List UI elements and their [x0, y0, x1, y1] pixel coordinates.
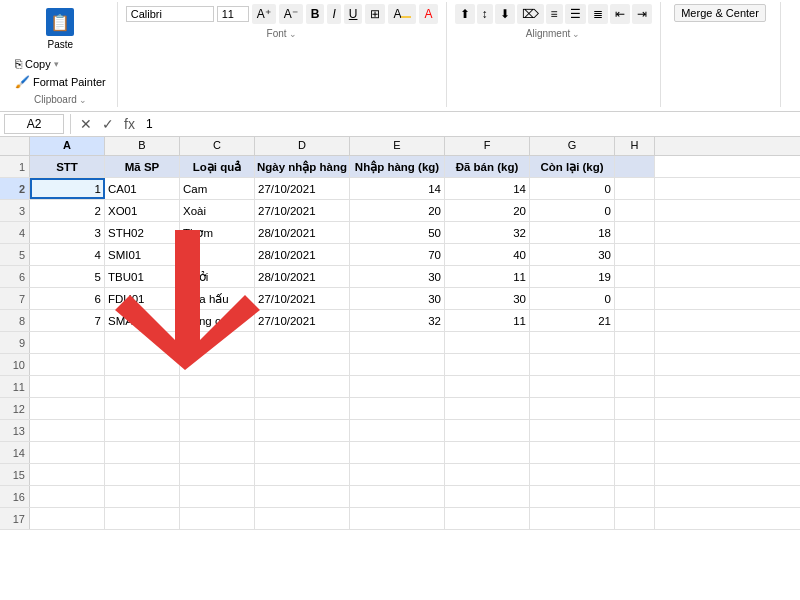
align-top-button[interactable]: ⬆ — [455, 4, 475, 24]
cell-E4[interactable]: 50 — [350, 222, 445, 243]
cell-G12[interactable] — [530, 398, 615, 419]
cell-A2[interactable]: 1 — [30, 178, 105, 199]
cell-C13[interactable] — [180, 420, 255, 441]
cell-G11[interactable] — [530, 376, 615, 397]
cell-C12[interactable] — [180, 398, 255, 419]
cell-C7[interactable]: Dưa hấu — [180, 288, 255, 309]
indent-increase-button[interactable]: ⇥ — [632, 4, 652, 24]
cell-C5[interactable]: Mít — [180, 244, 255, 265]
header-cell-E[interactable]: Nhập hàng (kg) — [350, 156, 445, 177]
cell-B4[interactable]: STH02 — [105, 222, 180, 243]
cell-H17[interactable] — [615, 508, 655, 529]
cell-F9[interactable] — [445, 332, 530, 353]
cell-G4[interactable]: 18 — [530, 222, 615, 243]
confirm-formula-icon[interactable]: ✓ — [99, 115, 117, 133]
align-left-button[interactable]: ≡ — [546, 4, 563, 24]
cell-E15[interactable] — [350, 464, 445, 485]
cell-E7[interactable]: 30 — [350, 288, 445, 309]
cell-A3[interactable]: 2 — [30, 200, 105, 221]
cell-D14[interactable] — [255, 442, 350, 463]
cell-E5[interactable]: 70 — [350, 244, 445, 265]
cell-H10[interactable] — [615, 354, 655, 375]
cell-A17[interactable] — [30, 508, 105, 529]
cell-F4[interactable]: 32 — [445, 222, 530, 243]
header-cell-B[interactable]: Mã SP — [105, 156, 180, 177]
cell-D16[interactable] — [255, 486, 350, 507]
cell-G13[interactable] — [530, 420, 615, 441]
cell-F10[interactable] — [445, 354, 530, 375]
cell-F5[interactable]: 40 — [445, 244, 530, 265]
cell-A9[interactable] — [30, 332, 105, 353]
insert-function-icon[interactable]: fx — [121, 115, 138, 133]
cell-C11[interactable] — [180, 376, 255, 397]
cell-G2[interactable]: 0 — [530, 178, 615, 199]
col-header-A[interactable]: A — [30, 137, 105, 155]
cell-D8[interactable]: 27/10/2021 — [255, 310, 350, 331]
align-middle-button[interactable]: ↕ — [477, 4, 493, 24]
cell-D10[interactable] — [255, 354, 350, 375]
cell-E8[interactable]: 32 — [350, 310, 445, 331]
cell-D13[interactable] — [255, 420, 350, 441]
cell-A4[interactable]: 3 — [30, 222, 105, 243]
cell-E17[interactable] — [350, 508, 445, 529]
cell-B10[interactable] — [105, 354, 180, 375]
cell-D9[interactable] — [255, 332, 350, 353]
border-button[interactable]: ⊞ — [365, 4, 385, 24]
header-cell-D[interactable]: Ngày nhập hàng — [255, 156, 350, 177]
cell-F17[interactable] — [445, 508, 530, 529]
cell-G17[interactable] — [530, 508, 615, 529]
cell-G3[interactable]: 0 — [530, 200, 615, 221]
cell-A5[interactable]: 4 — [30, 244, 105, 265]
cell-A13[interactable] — [30, 420, 105, 441]
cell-D6[interactable]: 28/10/2021 — [255, 266, 350, 287]
increase-font-button[interactable]: A⁺ — [252, 4, 276, 24]
col-header-E[interactable]: E — [350, 137, 445, 155]
cell-H4[interactable] — [615, 222, 655, 243]
cell-F13[interactable] — [445, 420, 530, 441]
col-header-D[interactable]: D — [255, 137, 350, 155]
decrease-font-button[interactable]: A⁻ — [279, 4, 303, 24]
cell-B12[interactable] — [105, 398, 180, 419]
col-header-F[interactable]: F — [445, 137, 530, 155]
cell-A10[interactable] — [30, 354, 105, 375]
cell-H3[interactable] — [615, 200, 655, 221]
cell-A16[interactable] — [30, 486, 105, 507]
cell-D2[interactable]: 27/10/2021 — [255, 178, 350, 199]
cell-B14[interactable] — [105, 442, 180, 463]
cell-D3[interactable]: 27/10/2021 — [255, 200, 350, 221]
align-right-button[interactable]: ≣ — [588, 4, 608, 24]
cell-C4[interactable]: Thơm — [180, 222, 255, 243]
cell-B7[interactable]: FDU01 — [105, 288, 180, 309]
cell-G5[interactable]: 30 — [530, 244, 615, 265]
cell-G6[interactable]: 19 — [530, 266, 615, 287]
wrap-text-button[interactable]: ⌦ — [517, 4, 544, 24]
font-color-button[interactable]: A — [419, 4, 437, 24]
cell-D4[interactable]: 28/10/2021 — [255, 222, 350, 243]
clipboard-expand-icon[interactable]: ⌄ — [79, 95, 87, 105]
cell-B3[interactable]: XO01 — [105, 200, 180, 221]
cell-C9[interactable] — [180, 332, 255, 353]
cell-F11[interactable] — [445, 376, 530, 397]
cell-E10[interactable] — [350, 354, 445, 375]
cell-A8[interactable]: 7 — [30, 310, 105, 331]
cell-H15[interactable] — [615, 464, 655, 485]
cell-E12[interactable] — [350, 398, 445, 419]
header-cell-C[interactable]: Loại quả — [180, 156, 255, 177]
col-header-H[interactable]: H — [615, 137, 655, 155]
cell-A6[interactable]: 5 — [30, 266, 105, 287]
cell-E2[interactable]: 14 — [350, 178, 445, 199]
col-header-G[interactable]: G — [530, 137, 615, 155]
cell-E9[interactable] — [350, 332, 445, 353]
cell-E16[interactable] — [350, 486, 445, 507]
cell-A7[interactable]: 6 — [30, 288, 105, 309]
cell-H7[interactable] — [615, 288, 655, 309]
font-size-input[interactable] — [217, 6, 249, 22]
cell-B5[interactable]: SMI01 — [105, 244, 180, 265]
underline-button[interactable]: U — [344, 4, 363, 24]
cell-B15[interactable] — [105, 464, 180, 485]
cell-B13[interactable] — [105, 420, 180, 441]
cell-C15[interactable] — [180, 464, 255, 485]
cell-H11[interactable] — [615, 376, 655, 397]
cell-C16[interactable] — [180, 486, 255, 507]
cell-G7[interactable]: 0 — [530, 288, 615, 309]
